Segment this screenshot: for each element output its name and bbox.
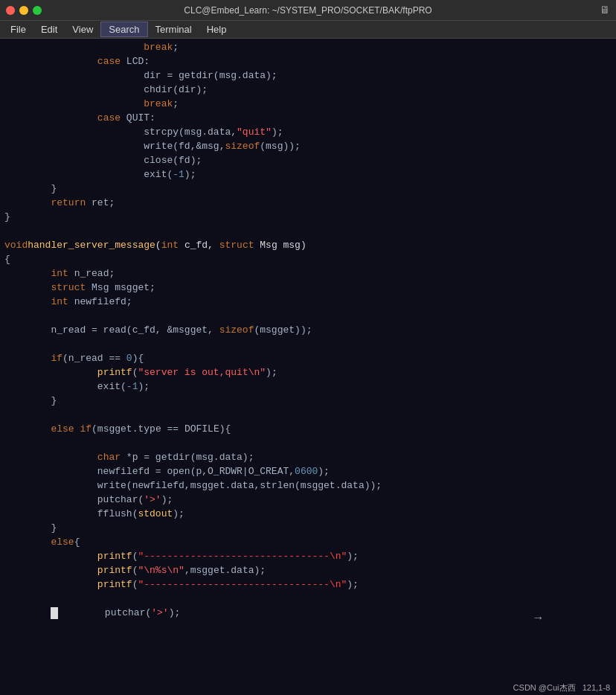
code-line: write(newfilefd,msgget.data,strlen(msgge… xyxy=(0,480,616,494)
code-line: fflush(stdout); xyxy=(0,508,616,522)
menu-terminal[interactable]: Terminal xyxy=(148,22,199,36)
code-line xyxy=(0,310,616,324)
code-line: { xyxy=(0,254,616,268)
maximize-button[interactable] xyxy=(33,6,42,15)
code-line: exit(-1); xyxy=(0,381,616,395)
code-line xyxy=(0,593,616,607)
code-line: } xyxy=(0,395,616,409)
code-area: break; case LCD: dir = getdir(msg.data);… xyxy=(0,39,616,695)
code-line: return ret; xyxy=(0,197,616,211)
code-line: else if(msgget.type == DOFILE){ xyxy=(0,423,616,438)
menu-search[interactable]: Search xyxy=(100,22,147,37)
window-title: CLC@Embed_Learn: ~/SYSTEM_PRO/SOCKET/BAK… xyxy=(184,5,431,16)
code-line xyxy=(0,339,616,353)
code-line: printf("--------------------------------… xyxy=(0,551,616,565)
code-line: putchar('>'); xyxy=(0,607,616,621)
code-line: } xyxy=(0,522,616,537)
menu-file[interactable]: File xyxy=(3,22,33,36)
code-line: case QUIT: xyxy=(0,112,616,126)
code-line: n_read = read(c_fd, &msgget, sizeof(msgg… xyxy=(0,324,616,339)
code-line: struct Msg msgget; xyxy=(0,282,616,296)
code-line: newfilefd = open(p,O_RDWR|O_CREAT,0600); xyxy=(0,466,616,480)
window-controls[interactable] xyxy=(6,6,42,15)
code-line: strcpy(msg.data,"quit"); xyxy=(0,126,616,141)
code-line: } xyxy=(0,183,616,197)
code-line: case LCD: xyxy=(0,56,616,70)
terminal-icon: 🖥 xyxy=(600,4,610,16)
code-line: else{ xyxy=(0,537,616,551)
code-line xyxy=(0,225,616,240)
title-bar: CLC@Embed_Learn: ~/SYSTEM_PRO/SOCKET/BAK… xyxy=(0,0,616,21)
code-line: close(fd); xyxy=(0,155,616,169)
close-button[interactable] xyxy=(6,6,15,15)
menu-help[interactable]: Help xyxy=(199,22,234,36)
code-line xyxy=(0,409,616,423)
cursor-position: 121,1-8 xyxy=(583,683,610,692)
code-line: void handler_server_message(int c_fd, st… xyxy=(0,240,616,254)
code-line: if(n_read == 0){ xyxy=(0,353,616,367)
code-line: putchar('>'); xyxy=(0,494,616,508)
minimize-button[interactable] xyxy=(19,6,28,15)
code-line: exit(-1); xyxy=(0,169,616,183)
code-line: char *p = getdir(msg.data); xyxy=(0,452,616,466)
code-line: break; xyxy=(0,98,616,112)
code-line: write(fd,&msg,sizeof(msg)); xyxy=(0,141,616,155)
code-line xyxy=(0,438,616,452)
code-line: printf("--------------------------------… xyxy=(0,579,616,593)
status-bar: CSDN @Cui杰西 121,1-8 xyxy=(507,681,616,695)
code-line: printf("server is out,quit\n"); xyxy=(0,367,616,381)
code-line: } xyxy=(0,211,616,225)
code-line: printf("\n%s\n",msgget.data); xyxy=(0,565,616,579)
code-line: chdir(dir); xyxy=(0,84,616,98)
scroll-arrow: → xyxy=(534,612,542,625)
menu-view[interactable]: View xyxy=(65,22,100,36)
code-line: int newfilefd; xyxy=(0,296,616,310)
code-line: dir = getdir(msg.data); xyxy=(0,70,616,84)
menu-bar: File Edit View Search Terminal Help xyxy=(0,21,616,39)
menu-edit[interactable]: Edit xyxy=(33,22,65,36)
code-line: int n_read; xyxy=(0,268,616,282)
attribution: CSDN @Cui杰西 xyxy=(513,683,576,692)
code-line: break; xyxy=(0,42,616,56)
